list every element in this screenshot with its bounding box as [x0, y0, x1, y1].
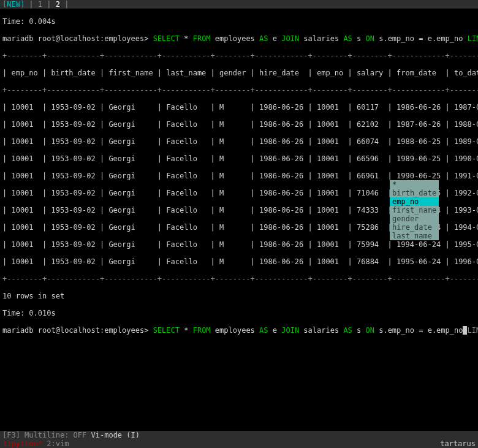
terminal-output[interactable]: Time: 0.004s mariadb root@localhost:empl… — [0, 9, 478, 343]
table-row: | 10001 | 1953-09-02 | Georgi | Facello … — [2, 172, 476, 180]
autocomplete-item[interactable]: hire_date — [390, 223, 439, 232]
table-header: | emp_no | birth_date | first_name | las… — [2, 69, 476, 77]
tmux-window-2[interactable]: 2:vim — [47, 439, 69, 448]
sql-kw-as: AS — [259, 34, 268, 43]
sql-kw-select: SELECT — [153, 326, 180, 335]
top-tab-bar[interactable]: [NEW] | 1 | 2 | — [0, 0, 478, 9]
sql-kw-as: AS — [343, 34, 352, 43]
table-border: +--------+------------+------------+----… — [2, 86, 476, 94]
tab-1[interactable]: 1 — [38, 0, 42, 9]
table-row: | 10001 | 1953-09-02 | Georgi | Facello … — [2, 240, 476, 249]
multiline-toggle[interactable]: [F3] Multiline: OFF — [2, 431, 86, 439]
tmux-status-bar[interactable]: 1:python* 2:vim tartarus — [0, 439, 478, 448]
vi-mode-indicator: Vi-mode (I) — [91, 431, 140, 439]
tab-sep: | — [29, 0, 37, 9]
time-line-1: Time: 0.004s — [2, 17, 476, 26]
tab-2-active[interactable]: 2 — [56, 0, 64, 9]
prompt-host: mariadb root@localhost:employees> — [2, 326, 153, 335]
sql-kw-from: FROM — [193, 326, 211, 335]
tmux-window-1-active[interactable]: 1:python* — [2, 439, 42, 448]
table-row: | 10001 | 1953-09-02 | Georgi | Facello … — [2, 137, 476, 146]
sql-kw-join: JOIN — [281, 34, 299, 43]
cli-status-bar: [F3] Multiline: OFF Vi-mode (I) — [0, 431, 478, 439]
tab-new[interactable]: [NEW] — [2, 0, 25, 9]
tab-sep: | — [64, 0, 69, 9]
autocomplete-item[interactable]: gender — [390, 215, 439, 223]
table-border: +--------+------------+------------+----… — [2, 275, 476, 283]
autocomplete-item[interactable]: last_name — [390, 232, 439, 240]
sql-kw-limit-suggest: LIMIT — [467, 326, 478, 335]
tmux-hostname: tartarus — [440, 439, 476, 448]
prompt-line-2[interactable]: mariadb root@localhost:employees> SELECT… — [2, 326, 476, 335]
sql-kw-from: FROM — [193, 34, 211, 43]
rows-in-set: 10 rows in set — [2, 292, 476, 300]
table-border: +--------+------------+------------+----… — [2, 51, 476, 60]
table-row: | 10001 | 1953-09-02 | Georgi | Facello … — [2, 154, 476, 163]
autocomplete-item[interactable]: * — [390, 180, 439, 189]
time-line-2: Time: 0.010s — [2, 309, 476, 317]
autocomplete-item[interactable]: birth_date — [390, 189, 439, 197]
prompt-host: mariadb root@localhost:employees> — [2, 34, 153, 43]
sql-kw-join: JOIN — [281, 326, 299, 335]
table-row: | 10001 | 1953-09-02 | Georgi | Facello … — [2, 257, 476, 266]
autocomplete-item[interactable]: emp_no — [390, 197, 439, 206]
sql-kw-select: SELECT — [153, 34, 180, 43]
prompt-line-1: mariadb root@localhost:employees> SELECT… — [2, 34, 476, 43]
tab-sep: | — [47, 0, 55, 9]
table-row: | 10001 | 1953-09-02 | Georgi | Facello … — [2, 120, 476, 129]
sql-kw-on: ON — [366, 34, 374, 43]
sql-kw-limit: LIMIT — [468, 34, 478, 43]
sql-kw-on: ON — [366, 326, 374, 335]
sql-kw-as: AS — [343, 326, 352, 335]
sql-kw-as: AS — [259, 326, 268, 335]
table-row: | 10001 | 1953-09-02 | Georgi | Facello … — [2, 103, 476, 112]
autocomplete-item[interactable]: first_name — [390, 206, 439, 215]
autocomplete-popup[interactable]: * birth_dateemp_no first_namegender hire… — [390, 180, 439, 240]
